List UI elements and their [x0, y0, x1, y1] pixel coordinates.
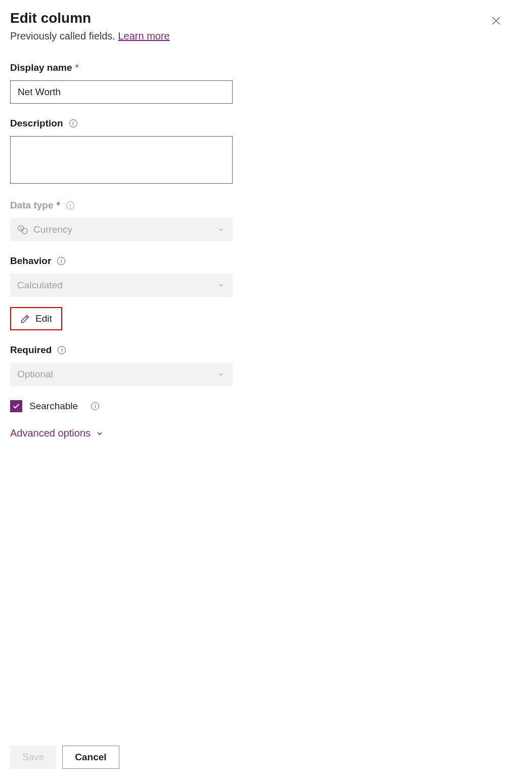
- behavior-value: Calculated: [17, 280, 63, 291]
- data-type-field: Data type * i $ Currency: [10, 200, 233, 241]
- svg-point-3: [22, 228, 27, 234]
- info-icon[interactable]: i: [91, 402, 99, 410]
- searchable-checkbox[interactable]: [10, 400, 22, 412]
- edit-button-group: Edit: [10, 307, 233, 330]
- form-area: Display name * Description i Data type *…: [10, 62, 233, 439]
- display-name-field: Display name *: [10, 62, 233, 104]
- behavior-select: Calculated: [10, 274, 233, 297]
- panel-title: Edit column: [10, 10, 170, 26]
- chevron-down-icon: [217, 371, 225, 378]
- data-type-select: $ Currency: [10, 218, 233, 241]
- footer-actions: Save Cancel: [10, 746, 119, 769]
- advanced-options-toggle[interactable]: Advanced options: [10, 427, 233, 439]
- required-label: Required i: [10, 344, 66, 356]
- advanced-options-label: Advanced options: [10, 427, 91, 439]
- check-icon: [12, 402, 20, 410]
- info-icon[interactable]: i: [58, 346, 66, 354]
- chevron-down-icon: [217, 226, 225, 233]
- save-button[interactable]: Save: [10, 746, 56, 769]
- cancel-button[interactable]: Cancel: [62, 746, 119, 769]
- required-asterisk: *: [57, 200, 60, 211]
- svg-text:$: $: [20, 227, 22, 230]
- behavior-field: Behavior i Calculated: [10, 255, 233, 297]
- required-field: Required i Optional: [10, 344, 233, 386]
- info-icon[interactable]: i: [57, 257, 65, 265]
- description-label: Description i: [10, 118, 77, 129]
- info-icon[interactable]: i: [66, 201, 74, 209]
- behavior-label: Behavior i: [10, 255, 65, 267]
- chevron-down-icon: [96, 429, 104, 438]
- display-name-input[interactable]: [10, 80, 233, 104]
- edit-button[interactable]: Edit: [10, 307, 62, 330]
- subtitle-prefix: Previously called fields.: [10, 30, 118, 41]
- searchable-row: Searchable i: [10, 400, 233, 412]
- chevron-down-icon: [217, 282, 225, 289]
- description-field: Description i: [10, 118, 233, 186]
- edit-button-label: Edit: [35, 313, 52, 324]
- info-icon[interactable]: i: [69, 119, 77, 127]
- close-icon[interactable]: [491, 15, 502, 26]
- description-input[interactable]: [10, 136, 233, 184]
- panel-header: Edit column Previously called fields. Le…: [10, 10, 522, 42]
- pencil-icon: [20, 314, 30, 324]
- header-text: Edit column Previously called fields. Le…: [10, 10, 170, 42]
- required-value: Optional: [17, 369, 53, 380]
- searchable-label: Searchable: [29, 401, 78, 412]
- learn-more-link[interactable]: Learn more: [118, 30, 169, 41]
- data-type-label: Data type * i: [10, 200, 74, 211]
- data-type-value: Currency: [33, 224, 72, 235]
- required-asterisk: *: [75, 62, 79, 73]
- svg-line-5: [26, 317, 27, 318]
- currency-icon: $: [17, 224, 28, 235]
- display-name-label: Display name *: [10, 62, 79, 73]
- panel-subtitle: Previously called fields. Learn more: [10, 30, 170, 42]
- required-select: Optional: [10, 363, 233, 386]
